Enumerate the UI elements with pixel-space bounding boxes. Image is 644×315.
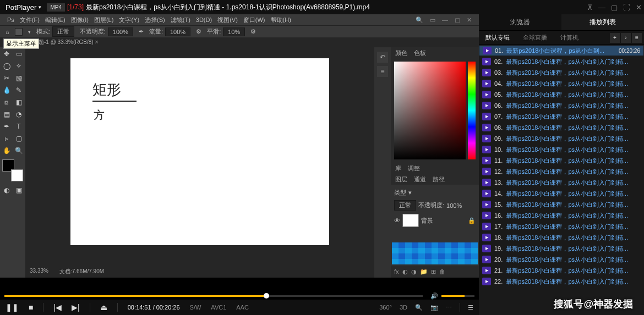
playlist-item[interactable]: 20.最新ps2018小白课程，ps从小白到入门到精... [479,254,644,265]
pause-button[interactable]: ❚❚ [6,303,19,312]
playlist-item[interactable]: 12.最新ps2018小白课程，ps从小白到入门到精... [479,166,644,177]
blend-mode[interactable]: 正常 [394,200,416,211]
tab-channels[interactable]: 通道 [414,175,426,184]
menu-filter[interactable]: 滤镜(T) [169,16,192,24]
hand-tool-icon[interactable]: ✋ [1,145,12,156]
playlist-item[interactable]: 02.最新ps2018小白课程，ps从小白到入门到精... [479,56,644,67]
home-icon[interactable]: ⌂ [6,29,9,35]
minimize-button[interactable]: — [598,3,605,12]
frame-tool-icon[interactable]: ▧ [13,73,24,84]
group-icon[interactable]: 📁 [420,268,428,275]
brush-swatch[interactable] [15,28,23,36]
playlist-item[interactable]: 13.最新ps2018小白课程，ps从小白到入门到精... [479,177,644,188]
ps-min-icon[interactable]: — [440,16,450,24]
smooth-input[interactable]: 10% [223,27,245,36]
menu-help[interactable]: 帮助(H) [269,16,293,24]
close-button[interactable]: ✕ [636,3,642,12]
app-menu[interactable]: PotPlayer ▾ [2,3,45,12]
move-tool-icon[interactable]: ✥ [1,48,12,59]
eraser-tool-icon[interactable]: ◧ [13,97,24,108]
playlist-item[interactable]: 01.最新ps2018小白课程，ps从小白到...00:20:26 [479,45,644,56]
marquee-tool-icon[interactable]: ▭ [13,48,24,59]
document-tab[interactable]: 未标题-1 @ 33.3%(RGB/8) × [0,37,479,47]
mask-icon[interactable]: ◐ [402,268,408,275]
tab-swatches[interactable]: 色板 [414,49,426,57]
playlist-item[interactable]: 08.最新ps2018小白课程，ps从小白到入门到精... [479,122,644,133]
menu-image[interactable]: 图像(I) [69,16,90,24]
playlist-item[interactable]: 05.最新ps2018小白课程，ps从小白到入门到精... [479,89,644,100]
type-tool-icon[interactable]: T [13,121,24,132]
color-picker[interactable] [391,58,479,163]
menu-window[interactable]: 窗口(W) [242,16,267,24]
mode-select[interactable]: 正常 [52,26,74,37]
eyedropper-tool-icon[interactable]: 💧 [1,85,12,96]
playlist-item[interactable]: 04.最新ps2018小白课程，ps从小白到入门到精... [479,78,644,89]
path-tool-icon[interactable]: ▹ [1,133,12,144]
zoom-level[interactable]: 33.33% [30,268,48,275]
time-current[interactable]: 00:14:51 [128,304,151,311]
color-swatches[interactable] [2,159,23,181]
progress-bar[interactable]: 🔊 [0,292,479,300]
menu-type[interactable]: 文字(Y) [117,16,141,24]
gradient-tool-icon[interactable]: ▤ [1,109,12,120]
canvas-area[interactable]: 矩形 方 33.33% 文档:7.66M/7.90M [25,47,374,278]
tab-color[interactable]: 颜色 [395,49,407,57]
seek-track[interactable] [4,295,423,297]
trash-icon[interactable]: 🗑 [439,268,445,275]
volume-slider[interactable] [441,295,474,297]
playlist-item[interactable]: 11.最新ps2018小白课程，ps从小白到入门到精... [479,155,644,166]
layer-name[interactable]: 背景 [421,217,433,225]
cat-computer[interactable]: 计算机 [554,34,585,42]
tab-playlist[interactable]: 播放列表 [561,14,644,30]
playlist-item[interactable]: 03.最新ps2018小白课程，ps从小白到入门到精... [479,67,644,78]
cat-default[interactable]: 默认专辑 [479,34,516,42]
playlist-item[interactable]: 15.最新ps2018小白课程，ps从小白到入门到精... [479,199,644,210]
color-field[interactable] [394,62,466,159]
menu-edit[interactable]: 编辑(E) [43,16,67,24]
3d-icon[interactable]: 3D [400,304,407,311]
layer-thumb[interactable] [402,214,419,227]
hue-slider[interactable] [468,62,476,159]
visibility-icon[interactable]: 👁 [394,217,400,224]
playlist-item[interactable]: 19.最新ps2018小白课程，ps从小白到入门到精... [479,243,644,254]
playlist-item[interactable]: 16.最新ps2018小白课程，ps从小白到入门到精... [479,210,644,221]
playlist-item[interactable]: 21.最新ps2018小白课程，ps从小白到入门到精... [479,265,644,276]
fullscreen-button[interactable]: ⛶ [623,3,630,12]
playlist-item[interactable]: 22.最新ps2018小白课程，ps从小白到入门到精... [479,276,644,287]
cat-live[interactable]: 全球直播 [516,34,554,42]
playlist-item[interactable]: 06.最新ps2018小白课程，ps从小白到入门到精... [479,100,644,111]
pen-tool-icon[interactable]: ✒ [1,121,12,132]
volume-icon[interactable]: 🔊 [430,292,438,300]
layer-row[interactable]: 👁 背景 🔒 [393,212,477,229]
add-album-icon[interactable]: + [610,33,620,43]
blur-tool-icon[interactable]: ◔ [13,109,24,120]
quickmask-icon[interactable]: ◐ [1,185,12,196]
tab-paths[interactable]: 路径 [433,175,445,184]
nav-right-icon[interactable]: › [621,33,631,43]
lasso-tool-icon[interactable]: ◯ [1,60,12,71]
lock-icon[interactable]: 🔒 [468,217,476,224]
wand-tool-icon[interactable]: ✧ [13,60,24,71]
history-icon[interactable]: ↶ [377,52,388,63]
ps-close-icon[interactable]: ✕ [465,16,473,24]
pin-icon[interactable]: ⊼ [587,3,593,12]
properties-icon[interactable]: ≡ [377,66,388,77]
crop-tool-icon[interactable]: ✂ [1,73,12,84]
next-button[interactable]: ▶| [72,303,80,312]
airbrush-icon[interactable]: ⚙ [196,28,201,35]
playlist-item[interactable]: 10.最新ps2018小白课程，ps从小白到入门到精... [479,144,644,155]
search-icon[interactable]: 🔍 [414,16,425,24]
stamp-tool-icon[interactable]: ⧈ [1,97,12,108]
prev-button[interactable]: |◀ [53,303,62,312]
playlist-item[interactable]: 14.最新ps2018小白课程，ps从小白到入门到精... [479,188,644,199]
screenmode-icon[interactable]: ▣ [13,185,24,196]
tab-layers[interactable]: 图层 [395,175,407,184]
layer-opacity[interactable]: 100% [446,202,462,209]
search-icon[interactable]: 🔍 [415,304,423,311]
playlist-item[interactable]: 17.最新ps2018小白课程，ps从小白到入门到精... [479,221,644,232]
playlist[interactable]: 01.最新ps2018小白课程，ps从小白到...00:20:2602.最新ps… [479,45,644,315]
stop-button[interactable]: ■ [29,303,33,312]
shape-tool-icon[interactable]: ▢ [13,133,24,144]
menu-layer[interactable]: 图层(L) [92,16,115,24]
tab-browser[interactable]: 浏览器 [479,14,561,30]
